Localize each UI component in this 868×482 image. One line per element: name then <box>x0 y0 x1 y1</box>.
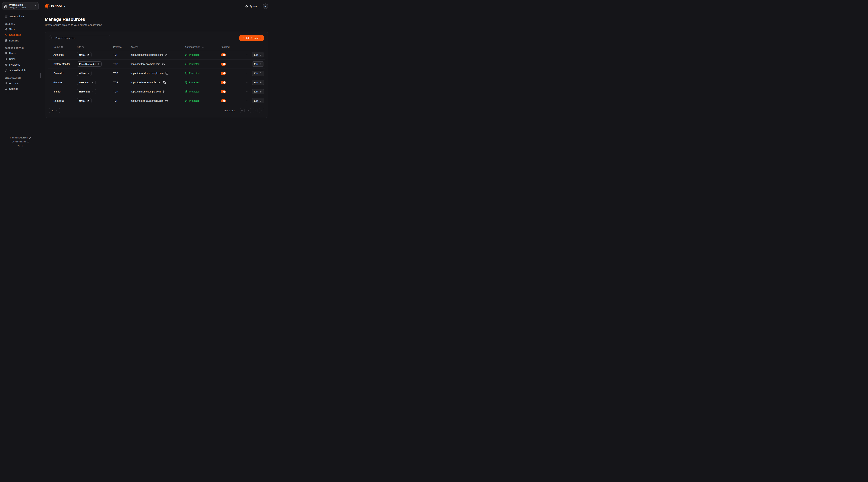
brand-name: PANGOLIN <box>51 5 65 8</box>
copy-url-button[interactable] <box>165 54 167 56</box>
org-switcher[interactable]: Organization milo@fossorial.io's ... <box>2 2 38 10</box>
card-toolbar: Add Resource <box>45 32 268 44</box>
community-edition-label: Community Edition <box>10 136 28 139</box>
row-menu-button[interactable] <box>246 54 248 56</box>
sidebar-item-invitations[interactable]: Invitations <box>0 62 41 67</box>
site-link-button[interactable]: Edge Device 01 <box>77 61 101 67</box>
sidebar-item-label: Roles <box>9 58 16 60</box>
table-row: Battery Monitor Edge Device 01 TCP https… <box>49 59 265 68</box>
theme-toggle-button[interactable]: System <box>245 5 257 8</box>
row-menu-button[interactable] <box>246 99 248 102</box>
shield-check-icon <box>185 63 188 65</box>
arrow-right-icon <box>259 100 262 102</box>
sidebar-item-users[interactable]: Users <box>0 50 41 56</box>
sidebar-item-shareable-links[interactable]: Shareable Links <box>0 67 41 73</box>
sidebar-item-sites[interactable]: Sites <box>0 26 41 32</box>
chevrons-right-icon <box>260 109 262 112</box>
page-size-value: 20 <box>52 109 54 112</box>
edit-button[interactable]: Edit <box>252 52 264 58</box>
page-size-select[interactable]: 20 <box>49 108 60 113</box>
site-link-button[interactable]: Office <box>77 71 92 76</box>
community-edition-link[interactable]: Community Edition <box>10 136 31 139</box>
first-page-button[interactable] <box>240 108 245 113</box>
sidebar-item-label: Domains <box>9 39 19 42</box>
table-row: Nextcloud Office TCP https://nextcloud.e… <box>49 96 265 105</box>
org-value: milo@fossorial.io's ... <box>9 6 33 9</box>
avatar[interactable]: M <box>262 3 268 9</box>
sidebar-item-domains[interactable]: Domains <box>0 38 41 43</box>
edit-button[interactable]: Edit <box>252 71 264 76</box>
resource-name: Bitwarden <box>54 72 77 75</box>
section-heading-general: GENERAL <box>0 23 41 25</box>
column-header-authentication[interactable]: Authentication <box>185 45 221 49</box>
sidebar: Organization milo@fossorial.io's ... Ser… <box>0 0 41 149</box>
enabled-toggle[interactable] <box>221 90 226 93</box>
resource-protocol: TCP <box>113 90 130 93</box>
column-header-name[interactable]: Name <box>54 45 77 49</box>
plus-icon <box>242 37 245 39</box>
previous-page-button[interactable] <box>246 108 251 113</box>
building-icon <box>4 5 7 8</box>
version-label: v1.7.0 <box>18 144 23 148</box>
theme-label: System <box>249 5 257 8</box>
search-wrap <box>49 35 111 41</box>
search-input[interactable] <box>49 35 111 41</box>
sort-icon[interactable] <box>82 46 84 48</box>
main-content: PANGOLIN System M Manage Resources Creat… <box>41 0 272 149</box>
shield-check-icon <box>185 81 188 84</box>
copy-url-button[interactable] <box>165 72 168 75</box>
row-menu-button[interactable] <box>246 63 248 65</box>
copy-icon <box>165 100 168 102</box>
documentation-link[interactable]: Documentation <box>12 140 29 143</box>
arrow-up-right-icon <box>91 82 93 84</box>
sidebar-footer: Community Edition Documentation v1.7.0 <box>0 134 41 149</box>
edit-button[interactable]: Edit <box>252 98 264 103</box>
sort-icon[interactable] <box>202 46 204 48</box>
copy-url-button[interactable] <box>162 63 165 65</box>
sidebar-item-label: Shareable Links <box>9 69 27 72</box>
enabled-toggle[interactable] <box>221 99 226 102</box>
shield-check-icon <box>185 99 188 102</box>
copy-url-button[interactable] <box>163 90 165 93</box>
copy-icon <box>165 54 167 56</box>
copy-url-button[interactable] <box>163 81 166 84</box>
row-menu-button[interactable] <box>246 81 248 84</box>
last-page-button[interactable] <box>259 108 264 113</box>
copy-icon <box>163 90 165 93</box>
enabled-toggle[interactable] <box>221 63 226 66</box>
site-link-button[interactable]: Office <box>77 98 92 103</box>
column-header-site[interactable]: Site <box>77 45 113 49</box>
sidebar-item-label: Server Admin <box>9 15 24 18</box>
sidebar-item-roles[interactable]: Roles <box>0 56 41 62</box>
enabled-toggle[interactable] <box>221 72 226 75</box>
shield-check-icon <box>185 54 188 56</box>
waypoints-icon <box>5 33 7 36</box>
resource-access-url: https://nextcloud.example.com <box>130 99 163 102</box>
next-page-button[interactable] <box>253 108 257 113</box>
add-resource-button[interactable]: Add Resource <box>239 35 264 41</box>
ellipsis-icon <box>246 63 248 65</box>
sidebar-item-api-keys[interactable]: API Keys <box>0 80 41 86</box>
edit-button[interactable]: Edit <box>252 61 264 67</box>
row-menu-button[interactable] <box>246 90 248 93</box>
sidebar-item-resources[interactable]: Resources <box>0 32 41 38</box>
page-info: Page 1 of 1 <box>223 109 235 112</box>
shield-check-icon <box>185 90 188 93</box>
sidebar-scrollbar-thumb[interactable] <box>40 73 41 78</box>
site-link-button[interactable]: Home Lab <box>77 89 96 94</box>
enabled-toggle[interactable] <box>221 81 226 84</box>
sidebar-item-settings[interactable]: Settings <box>0 86 41 92</box>
enabled-toggle[interactable] <box>221 54 226 56</box>
row-menu-button[interactable] <box>246 72 248 75</box>
copy-url-button[interactable] <box>165 100 168 102</box>
edit-button[interactable]: Edit <box>252 89 264 94</box>
sidebar-item-server-admin[interactable]: Server Admin <box>0 13 41 19</box>
resource-name: Immich <box>54 90 77 93</box>
site-link-button[interactable]: Office <box>77 52 92 58</box>
sort-icon[interactable] <box>61 46 63 48</box>
brand[interactable]: PANGOLIN <box>45 4 65 9</box>
site-link-button[interactable]: AWS VPC <box>77 80 95 85</box>
edit-button[interactable]: Edit <box>252 80 264 85</box>
pager: Page 1 of 1 <box>223 108 264 113</box>
arrow-up-right-icon <box>92 91 94 93</box>
